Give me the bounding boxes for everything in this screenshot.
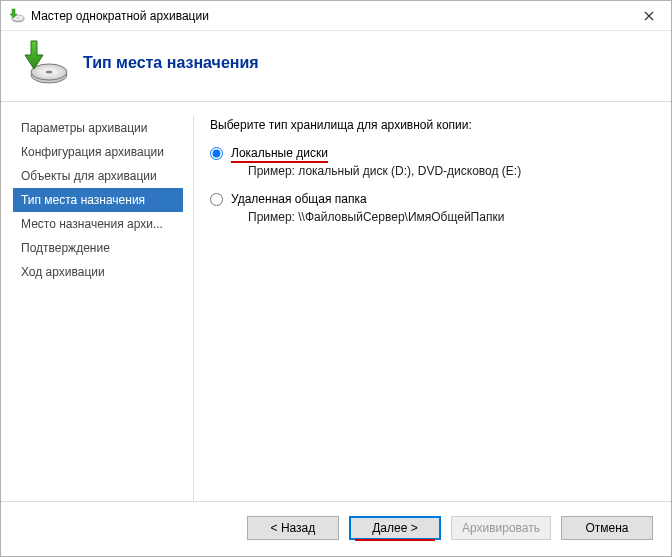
option-remote-share-label: Удаленная общая папка bbox=[231, 192, 367, 206]
option-local-disks: Локальные диски Пример: локальный диск (… bbox=[210, 146, 649, 178]
sidebar-item-confirm[interactable]: Подтверждение bbox=[13, 236, 183, 260]
option-local-disks-row[interactable]: Локальные диски bbox=[210, 146, 649, 160]
option-local-disks-label: Локальные диски bbox=[231, 146, 328, 160]
page-heading: Тип места назначения bbox=[83, 54, 259, 72]
svg-point-2 bbox=[17, 17, 19, 18]
sidebar-item-objects[interactable]: Объекты для архивации bbox=[13, 164, 183, 188]
sidebar-item-destination[interactable]: Место назначения архи... bbox=[13, 212, 183, 236]
prompt-text: Выберите тип хранилища для архивной копи… bbox=[210, 118, 649, 132]
option-remote-share: Удаленная общая папка Пример: \\Файловый… bbox=[210, 192, 649, 224]
wizard-header: Тип места назначения bbox=[1, 31, 671, 102]
radio-remote-share[interactable] bbox=[210, 193, 223, 206]
cancel-button[interactable]: Отмена bbox=[561, 516, 653, 540]
backup-disc-icon bbox=[21, 39, 69, 87]
option-remote-share-example: Пример: \\ФайловыйСервер\ИмяОбщейПапки bbox=[248, 210, 649, 224]
option-local-disks-example: Пример: локальный диск (D:), DVD-дисково… bbox=[248, 164, 649, 178]
back-button[interactable]: < Назад bbox=[247, 516, 339, 540]
steps-sidebar: Параметры архивации Конфигурация архивац… bbox=[13, 116, 183, 501]
wizard-window: Мастер однократной архивации bbox=[0, 0, 672, 557]
content-panel: Выберите тип хранилища для архивной копи… bbox=[193, 116, 659, 501]
highlight-underline bbox=[231, 161, 328, 163]
close-button[interactable] bbox=[626, 1, 671, 30]
option-remote-share-row[interactable]: Удаленная общая папка bbox=[210, 192, 649, 206]
radio-local-disks[interactable] bbox=[210, 147, 223, 160]
wizard-body: Параметры архивации Конфигурация архивац… bbox=[1, 102, 671, 501]
next-button[interactable]: Далее > bbox=[349, 516, 441, 540]
sidebar-item-destination-type[interactable]: Тип места назначения bbox=[13, 188, 183, 212]
wizard-footer: < Назад Далее > Архивировать Отмена bbox=[1, 501, 671, 556]
highlight-underline bbox=[355, 539, 435, 541]
app-icon bbox=[9, 8, 25, 24]
sidebar-item-progress[interactable]: Ход архивации bbox=[13, 260, 183, 284]
titlebar: Мастер однократной архивации bbox=[1, 1, 671, 31]
archive-button: Архивировать bbox=[451, 516, 551, 540]
svg-point-5 bbox=[46, 70, 53, 73]
window-title: Мастер однократной архивации bbox=[31, 9, 209, 23]
sidebar-item-config[interactable]: Конфигурация архивации bbox=[13, 140, 183, 164]
sidebar-item-params[interactable]: Параметры архивации bbox=[13, 116, 183, 140]
